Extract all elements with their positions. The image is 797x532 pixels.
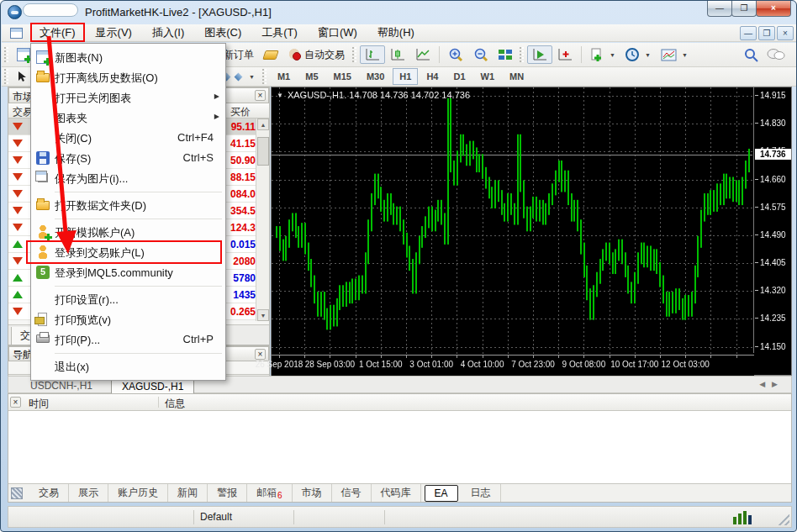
autotrading-button[interactable]: 自动交易 [282,45,350,65]
timeframe-MN[interactable]: MN [503,68,530,85]
terminal-tab-新闻[interactable]: 新闻 [168,484,208,502]
file-menu-item[interactable]: 退出(x) [31,356,225,377]
mdi-restore-button[interactable]: ❐ [758,26,775,40]
candlestick-mode-button[interactable] [385,45,410,64]
line-chart-mode-button[interactable] [410,45,435,64]
title-bar[interactable]: ProfitMarketHK-Live2 - [XAGUSD-,H1] — ❐ … [1,1,796,24]
dropdown-caret-icon[interactable]: ▼ [249,74,255,80]
menu-工具(T)[interactable]: 工具(T) [251,24,308,42]
chart-dropdown-icon[interactable]: ▼ [277,92,283,99]
timeframe-M5[interactable]: M5 [298,68,325,85]
market-watch-close-icon[interactable]: × [255,90,266,101]
file-menu-item[interactable]: 打印(P)...Ctrl+P [31,329,225,350]
price-tick-label: 14.660 [760,175,792,184]
file-menu-item[interactable]: 打印设置(r)... [31,289,225,309]
timeframe-H4[interactable]: H4 [420,68,445,85]
scroll-up-icon[interactable]: ▲ [257,119,269,130]
terminal-tab-EA[interactable]: EA [425,485,458,502]
cursor-button[interactable] [12,68,32,85]
terminal-close-icon[interactable]: × [10,397,21,408]
file-menu-item[interactable]: 保存为图片(i)... [31,168,225,188]
template-button[interactable]: ▼ [656,46,693,64]
toolbar-grip[interactable] [4,47,8,62]
zoom-out-button[interactable] [468,45,494,65]
window-minimize-button[interactable]: — [707,1,732,17]
scroll-down-icon[interactable]: ▼ [257,309,269,321]
menu-显示(V)[interactable]: 显示(V) [86,24,142,42]
status-bar: Default [8,506,792,528]
file-menu-item[interactable]: 打开数据文件夹(D) [31,195,225,215]
chart-window[interactable]: ▼ XAGUSD-,H1. 14.708 14.736 14.702 14.73… [271,87,792,376]
profile-indicator[interactable]: Default [200,511,232,523]
timeframe-W1[interactable]: W1 [474,68,502,85]
toolbar-grip[interactable] [352,47,356,62]
time-tick-label: 1 Oct 15:00 [359,360,403,369]
scrollbar-thumb[interactable] [257,137,269,166]
timeframe-M30[interactable]: M30 [360,68,391,85]
period-clock-button[interactable]: ▼ [620,45,656,65]
mdi-minimize-button[interactable]: — [740,26,757,40]
dock-handle-icon[interactable] [11,487,23,499]
chat-icon[interactable] [767,48,785,61]
file-menu-item[interactable]: 登录到交易账户(L) [31,242,225,262]
bid-price: 41.15 [230,138,256,150]
zoom-in-button[interactable] [443,45,468,65]
timeframe-H1[interactable]: H1 [393,68,418,85]
terminal-tab-日志[interactable]: 日志 [462,484,501,502]
dropdown-caret-icon[interactable]: ▼ [610,52,615,58]
new-chart-icon [17,48,30,61]
dropdown-caret-icon[interactable]: ▼ [645,52,651,58]
terminal-tab-警报[interactable]: 警报 [208,484,247,502]
terminal-tab-信号[interactable]: 信号 [332,484,372,502]
strategy-tester-play-button[interactable] [527,45,552,64]
menu-帮助(H)[interactable]: 帮助(H) [367,24,425,42]
menu-图表(C)[interactable]: 图表(C) [194,24,251,42]
price-scale[interactable]: 14.91514.83014.74514.66014.57514.49014.4… [753,87,791,353]
newchart-icon [36,50,50,64]
file-menu-item[interactable]: 打开已关闭图表▶ [31,87,225,108]
search-icon[interactable] [744,48,758,62]
mdi-close-button[interactable]: × [777,26,794,40]
timeframe-M15[interactable]: M15 [327,68,358,85]
file-menu-item[interactable]: 打开离线历史数据(O) [31,67,225,87]
arrow-down-icon [13,207,23,214]
depth-of-market-button[interactable] [259,48,282,62]
terminal-tab-展示[interactable]: 展示 [69,484,108,502]
bid-column-header[interactable]: 买价 [230,105,251,119]
file-menu-item[interactable]: 新图表(N) [31,47,225,67]
file-menu-item[interactable]: 打印预览(v) [31,309,225,329]
market-watch-scrollbar[interactable]: ▲ ▼ [256,119,269,321]
navigator-close-icon[interactable]: × [255,349,266,360]
menu-插入(I)[interactable]: 插入(I) [142,24,194,42]
file-menu-item[interactable]: 开新模拟帐户(A) [31,222,225,242]
toolbar-grip[interactable] [262,69,267,84]
terminal-tab-市场[interactable]: 市场 [293,484,332,502]
tile-windows-button[interactable] [494,47,517,62]
terminal-tab-代码库[interactable]: 代码库 [372,484,421,502]
toolbar-grip[interactable] [520,47,524,62]
file-menu-item[interactable]: 关闭(C)Ctrl+F4 [31,128,225,148]
timeframe-M1[interactable]: M1 [271,68,297,85]
menu-窗口(W)[interactable]: 窗口(W) [308,24,367,42]
bar-chart-mode-button[interactable] [360,45,385,64]
time-column-header[interactable]: 时间 [29,397,49,411]
file-menu-item[interactable]: 保存(S)Ctrl+S [31,148,225,168]
add-indicator-button[interactable]: ▼ [585,45,620,65]
resize-grip[interactable] [776,512,789,525]
file-menu-item[interactable]: 图表夹▶ [31,108,225,128]
chart-tab-scroll-arrows[interactable]: ◀▶ [759,380,784,388]
terminal-tab-邮箱[interactable]: 邮箱6 [247,484,293,502]
terminal-tab-账户历史[interactable]: 账户历史 [108,484,168,502]
terminal-tab-交易[interactable]: 交易 [29,484,69,502]
toolbar-grip[interactable] [4,69,8,84]
menu-文件(F)[interactable]: 文件(F) [29,24,86,42]
price-chart-canvas[interactable] [272,87,754,377]
window-maximize-button[interactable]: ❐ [731,1,757,17]
file-menu-item[interactable]: 登录到MQL5.community [31,262,225,282]
window-close-button[interactable]: × [756,1,791,17]
profile-add-button[interactable] [552,45,578,64]
dropdown-caret-icon[interactable]: ▼ [682,52,688,58]
message-column-header[interactable]: 信息 [165,397,185,411]
terminal-column-headers[interactable]: × 时间 信息 [8,394,791,411]
timeframe-D1[interactable]: D1 [446,68,472,85]
